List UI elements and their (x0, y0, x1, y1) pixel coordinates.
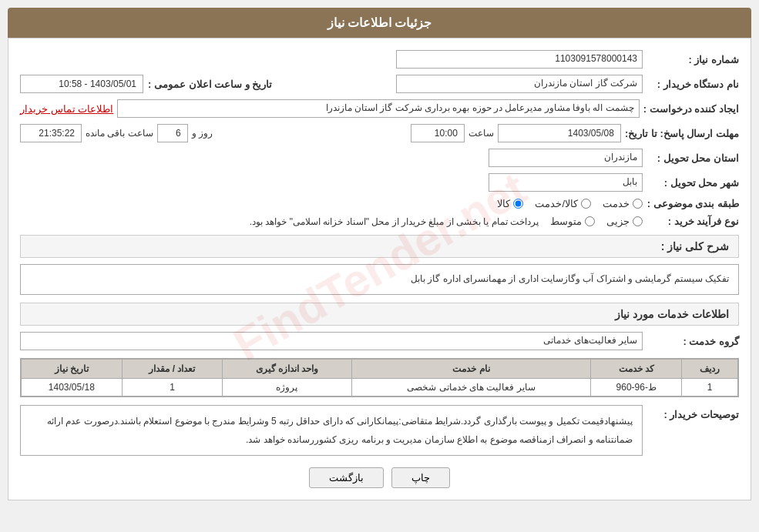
page-title: جزئیات اطلاعات نیاز (8, 8, 751, 38)
shahr-label: شهر محل تحویل : (646, 177, 739, 189)
services-section-header: اطلاعات خدمات مورد نیاز (20, 303, 739, 326)
cell-radif: 1 (682, 379, 738, 396)
tosiyat-value: پیشنهادقیمت تکمیل و پیوست بارگذاری گردد.… (20, 405, 643, 456)
ijadKonande-value: چشمت اله باوفا مشاور مدیرعامل در حوزه به… (117, 99, 640, 118)
bazgasht-button[interactable]: بازگشت (309, 467, 384, 488)
cell-namKhadamat: سایر فعالیت های خدماتی شخصی (351, 379, 591, 396)
gorohKhadamat-value: سایر فعالیت‌های خدماتی (20, 332, 643, 350)
cell-kodKhadamat: ط-96-960 (591, 379, 682, 396)
cell-tarikh: 1403/05/18 (22, 379, 123, 396)
col-namKhadamat: نام خدمت (351, 360, 591, 379)
chap-button[interactable]: چاپ (391, 467, 450, 488)
etelaat-link[interactable]: اطلاعات تماس خریدار (20, 103, 113, 115)
mohlat-saat-label: ساعت (468, 128, 494, 139)
noeFarayand-label: نوع فرآیند خرید : (646, 216, 739, 227)
noeFarayand-note: پرداخت تمام یا بخشی از مبلغ خریدار از مح… (250, 216, 539, 227)
tabaqe-option-kala-khedmat[interactable]: کالا/خدمت (535, 198, 591, 209)
col-tedad: تعداد / مقدار (122, 360, 223, 379)
noeFarayand-option-jozii[interactable]: جزیی (606, 216, 643, 227)
shomareNiaz-label: شماره نیاز : (646, 54, 739, 65)
ostan-label: استان محل تحویل : (646, 152, 739, 164)
noeFarayand-option-motavaset[interactable]: متوسط (550, 216, 595, 227)
cell-tedad: 1 (122, 379, 223, 396)
col-kodKhadamat: کد خدمت (591, 360, 682, 379)
namDasgah-value: شرکت گاز استان مازندران (396, 75, 643, 93)
mohlat-label: مهلت ارسال پاسخ: تا تاریخ: (625, 128, 739, 139)
sharhKoli-label: شرح کلی نیاز : (661, 240, 729, 253)
services-table: ردیف کد خدمت نام خدمت واحد اندازه گیری ت… (20, 358, 739, 397)
noeFarayand-options: جزیی متوسط (550, 216, 643, 227)
mohlat-date: 1403/05/08 (498, 124, 621, 142)
mohlat-saat: 10:00 (411, 124, 465, 142)
tabaqe-option-khedmat[interactable]: خدمت (603, 198, 643, 209)
gorohKhadamat-label: گروه خدمت : (646, 336, 739, 347)
sharhKoli-section: شرح کلی نیاز : (20, 235, 739, 258)
col-radif: ردیف (682, 360, 738, 379)
mohlat-baqi-label: ساعت باقی مانده (86, 128, 153, 139)
sharhKoli-value: تفکیک سیستم گرمایشی و اشتراک آب وگازسایت… (20, 264, 739, 295)
mohlat-roz: 6 (157, 124, 188, 142)
namDasgah-label: نام دستگاه خریدار : (646, 79, 739, 90)
shahr-value: بابل (489, 173, 643, 192)
tabaqe-options: خدمت کالا/خدمت کالا (497, 198, 643, 209)
table-row: 1 ط-96-960 سایر فعالیت های خدماتی شخصی پ… (22, 379, 738, 396)
tosiyat-label: توصیحات خریدار : (646, 409, 739, 420)
tabaqe-option-kala[interactable]: کالا (497, 198, 523, 209)
tarikh-value: 1403/05/01 - 10:58 (20, 75, 143, 93)
mohlat-roz-label: روز و (192, 128, 213, 139)
col-tarikh: تاریخ نیاز (22, 360, 123, 379)
button-row: چاپ بازگشت (20, 467, 739, 488)
ostan-value: مازندران (489, 149, 643, 167)
cell-vahed: پروژه (223, 379, 351, 396)
col-vahed: واحد اندازه گیری (223, 360, 351, 379)
tabaqe-label: طبقه بندی موضوعی : (646, 198, 739, 209)
mohlat-baqi: 21:35:22 (20, 124, 82, 142)
shomareNiaz-value: 1103091578000143 (396, 50, 643, 69)
tarikh-label: تاریخ و ساعت اعلان عمومی : (148, 79, 272, 90)
ijadKonande-label: ایجاد کننده درخواست : (643, 103, 739, 115)
